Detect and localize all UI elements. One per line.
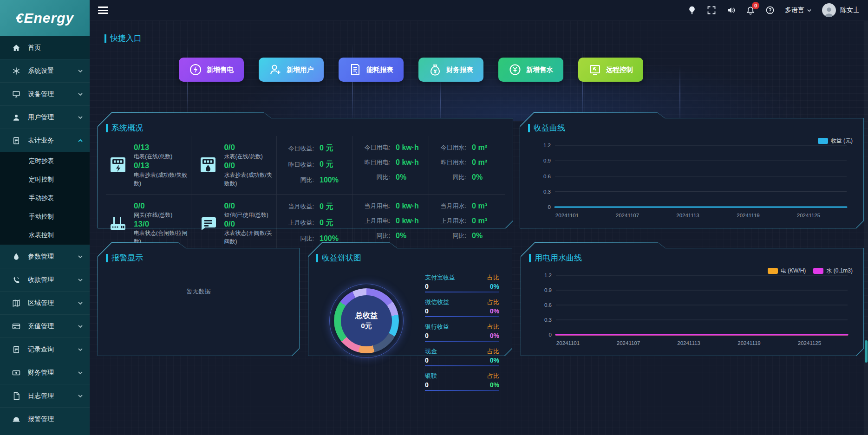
section-title-bar — [528, 124, 530, 132]
overview-grid: 0/13电表(在线/总数)0/13电表抄表(成功数/失败数)0/0水表(在线/总… — [106, 136, 505, 252]
sidebar-item-finance-management[interactable]: 财务管理 — [0, 361, 90, 384]
quick-button-remote-control[interactable]: 远程控制 — [578, 58, 643, 82]
svg-text:0: 0 — [548, 204, 551, 210]
sidebar-subitem-manual-control[interactable]: 手动控制 — [0, 208, 90, 226]
sidebar-item-log-management[interactable]: 日志管理 — [0, 384, 90, 407]
quick-button-label: 新增售电 — [207, 65, 234, 74]
stat-label: 当月用水: — [433, 202, 466, 210]
legend-item[interactable]: 水 (0.1m3) — [813, 267, 853, 275]
legend-label: 电 (KW/H) — [781, 267, 806, 275]
fullscreen-icon[interactable] — [707, 6, 716, 15]
sidebar-item-home[interactable]: 首页 — [0, 36, 90, 59]
stat-value: 0% — [396, 173, 406, 182]
menu-toggle-button[interactable] — [98, 6, 108, 14]
pie-ratio-label: 占比 — [487, 347, 499, 356]
quick-button-add-electricity-sale[interactable]: 新增售电 — [179, 58, 244, 82]
sidebar-subitem-water-meter-control[interactable]: 水表控制 — [0, 226, 90, 245]
sidebar-item-label: 报警管理 — [28, 415, 83, 423]
sidebar-item-area-management[interactable]: 区域管理 — [0, 291, 90, 314]
quick-buttons-row: 新增售电新增用户能耗报表财务报表新增售水远程控制 — [179, 58, 868, 82]
banknote-icon — [12, 369, 20, 377]
pie-ratio-value: 0% — [490, 381, 499, 389]
home-icon — [12, 44, 20, 52]
svg-text:0.3: 0.3 — [543, 189, 551, 195]
quick-button-energy-report[interactable]: 能耗报表 — [339, 58, 404, 82]
stat-row: 今日收益:0 元 — [281, 143, 351, 153]
legend-label: 水 (0.1m3) — [826, 267, 853, 275]
quick-button-finance-report[interactable]: 财务报表 — [418, 58, 483, 82]
pie-legend-value: 0 — [425, 283, 429, 290]
pie-legend-row-bottom: 00% — [425, 283, 499, 290]
meter-label: 水表(在线/总数) — [224, 152, 274, 161]
pie-legend-row-bottom: 00% — [425, 332, 499, 339]
stat-row: 同比:0% — [357, 173, 427, 182]
sidebar-item-recharge-management[interactable]: 充值管理 — [0, 314, 90, 338]
svg-text:20241107: 20241107 — [617, 340, 640, 346]
sidebar-item-alarm-management[interactable]: 报警管理 — [0, 407, 90, 430]
income-pie-legend: 支付宝收益占比00%微信收益占比00%银行收益占比00%现金占比00%银联占比0… — [418, 266, 504, 350]
quick-entry-section: 快捷入口 新增售电新增用户能耗报表财务报表新增售水远程控制 — [90, 21, 868, 82]
coin-yen-icon — [509, 63, 522, 76]
sidebar-item-system-settings[interactable]: 系统设置 — [0, 59, 90, 82]
card-icon — [12, 322, 20, 331]
page-scrollbar — [864, 21, 868, 435]
remote-screen-icon — [588, 63, 601, 76]
donut-center: 总收益 0元 — [341, 295, 392, 346]
notification-bell-icon[interactable]: 0 — [746, 6, 755, 15]
language-selector[interactable]: 多语言 — [785, 6, 812, 14]
pie-legend-label: 微信收益 — [425, 298, 449, 306]
sidebar-item-parameter-management[interactable]: 参数管理 — [0, 245, 90, 268]
theme-bulb-icon[interactable] — [687, 6, 697, 15]
revenue-curve-title: 收益曲线 — [534, 123, 565, 133]
sidebar: €Energy 首页系统设置设备管理用户管理表计业务定时抄表定时控制手动抄表手动… — [0, 0, 90, 435]
money-bag-icon — [429, 63, 442, 76]
meter-icon — [12, 345, 20, 354]
sidebar-item-user-management[interactable]: 用户管理 — [0, 105, 90, 129]
legend-swatch — [813, 268, 823, 274]
quick-button-add-water-sale[interactable]: 新增售水 — [498, 58, 563, 82]
sms-icon — [198, 213, 218, 234]
pie-legend-divider — [425, 390, 499, 391]
scrollbar-thumb[interactable] — [865, 340, 868, 363]
sidebar-item-device-management[interactable]: 设备管理 — [0, 82, 90, 105]
sidebar-subitem-scheduled-reading[interactable]: 定时抄表 — [0, 152, 90, 170]
legend-swatch — [768, 268, 778, 274]
usage-curve-title: 用电用水曲线 — [535, 253, 582, 263]
pie-ratio-label: 占比 — [487, 323, 499, 331]
meter-label: 电表(在线/总数) — [134, 152, 188, 161]
pie-legend-row-top: 银行收益占比 — [425, 323, 499, 331]
help-icon[interactable] — [765, 6, 775, 15]
sidebar-subitem-scheduled-control[interactable]: 定时控制 — [0, 170, 90, 189]
sidebar-subitem-manual-reading[interactable]: 手动抄表 — [0, 189, 90, 208]
total-income-value: 0元 — [361, 322, 372, 331]
pie-ratio-value: 0% — [490, 307, 499, 315]
sidebar-item-label: 收款管理 — [28, 276, 78, 284]
file-icon — [12, 392, 20, 400]
user-menu[interactable]: 陈女士 — [822, 3, 860, 17]
stat-label: 昨日用水: — [433, 158, 466, 167]
legend-item[interactable]: 收益 (元) — [818, 137, 853, 145]
stat-label: 上月用电: — [357, 217, 390, 225]
section-title-bar — [104, 34, 106, 43]
sidebar-item-payment-management[interactable]: 收款管理 — [0, 268, 90, 291]
phone-icon — [12, 276, 20, 284]
usage-chart-legend[interactable]: 电 (KW/H)水 (0.1m3) — [768, 267, 853, 275]
total-income-label: 总收益 — [355, 311, 378, 321]
stat-value: 0 kw·h — [396, 143, 419, 152]
stat-row: 同比:0% — [433, 173, 503, 182]
app-logo-text: €Energy — [16, 10, 74, 26]
meter-stat-text: 0/0短信(已使用/总数)0/0水表状态(开阀数/关阀数) — [224, 201, 274, 246]
quick-button-add-user[interactable]: 新增用户 — [259, 58, 324, 82]
legend-label: 收益 (元) — [831, 137, 853, 145]
legend-item[interactable]: 电 (KW/H) — [768, 267, 806, 275]
stat-row: 同比:100% — [281, 176, 351, 184]
sidebar-item-record-query[interactable]: 记录查询 — [0, 338, 90, 361]
speaker-icon[interactable] — [726, 6, 736, 15]
svg-text:20241107: 20241107 — [616, 213, 639, 218]
sidebar-item-meter-business[interactable]: 表计业务 — [0, 129, 90, 152]
stat-label: 上月用水: — [433, 217, 466, 225]
revenue-chart-legend[interactable]: 收益 (元) — [818, 137, 853, 145]
section-title-bar — [316, 254, 318, 262]
pie-legend-divider — [425, 341, 499, 342]
section-title-bar — [106, 254, 108, 262]
